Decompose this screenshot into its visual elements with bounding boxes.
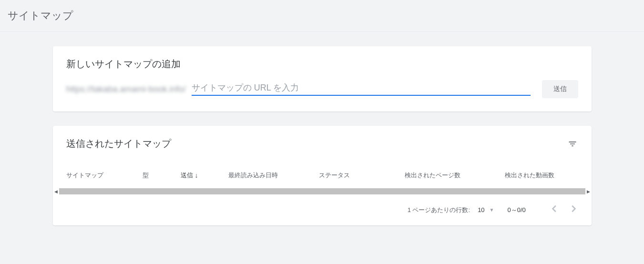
column-header-submitted[interactable]: 送信 ↓ [181,171,228,180]
url-prefix-text: https://takaba.amami-book.info/ [66,84,188,94]
chevron-down-icon: ▼ [490,207,494,213]
arrow-down-icon: ↓ [195,172,198,179]
column-header-submitted-label: 送信 [181,171,193,180]
chevron-left-icon [552,205,556,213]
list-card-header: 送信されたサイトマップ [53,126,592,158]
scroll-left-icon[interactable]: ◀ [53,188,59,194]
column-header-videos[interactable]: 検出された動画数 [505,171,581,180]
column-header-status[interactable]: ステータス [319,171,405,180]
rows-per-page-label: 1 ページあたりの行数: [408,206,470,214]
submit-button[interactable]: 送信 [542,80,578,98]
horizontal-scrollbar[interactable]: ◀ ▶ [53,188,592,194]
content-area: 新しいサイトマップの追加 https://takaba.amami-book.i… [53,32,592,225]
prev-page-button[interactable] [550,203,558,217]
rows-per-page: 1 ページあたりの行数: 10 ▼ [408,206,494,214]
filter-icon[interactable] [567,138,578,150]
column-header-pages[interactable]: 検出されたページ数 [405,171,505,180]
scroll-thumb[interactable] [59,188,585,194]
url-input-wrapper [192,83,531,96]
pagination-row: 1 ページあたりの行数: 10 ▼ 0～0/0 [53,194,592,225]
rows-per-page-value: 10 [478,206,484,213]
chevron-right-icon [572,205,576,213]
column-header-sitemap[interactable]: サイトマップ [66,171,143,180]
list-card-title: 送信されたサイトマップ [66,137,171,150]
table-header-row: サイトマップ 型 送信 ↓ 最終読み込み日時 ステータス 検出されたページ数 検… [53,158,592,188]
column-header-type[interactable]: 型 [143,171,181,180]
page-title: サイトマップ [8,9,636,23]
sitemap-url-input[interactable] [192,83,531,93]
add-sitemap-row: https://takaba.amami-book.info/ 送信 [53,80,592,112]
next-page-button[interactable] [570,203,578,217]
submitted-sitemaps-card: 送信されたサイトマップ サイトマップ 型 送信 ↓ 最終読み込み日時 ステータス… [53,126,592,225]
scroll-right-icon[interactable]: ▶ [585,188,592,194]
page-nav [550,203,578,217]
page-header: サイトマップ [0,0,644,32]
column-header-lastread[interactable]: 最終読み込み日時 [228,171,319,180]
rows-per-page-select[interactable]: 10 ▼ [478,206,494,213]
add-card-header: 新しいサイトマップの追加 [53,46,592,80]
page-range-text: 0～0/0 [508,206,536,214]
add-card-title: 新しいサイトマップの追加 [66,58,181,71]
add-sitemap-card: 新しいサイトマップの追加 https://takaba.amami-book.i… [53,46,592,112]
